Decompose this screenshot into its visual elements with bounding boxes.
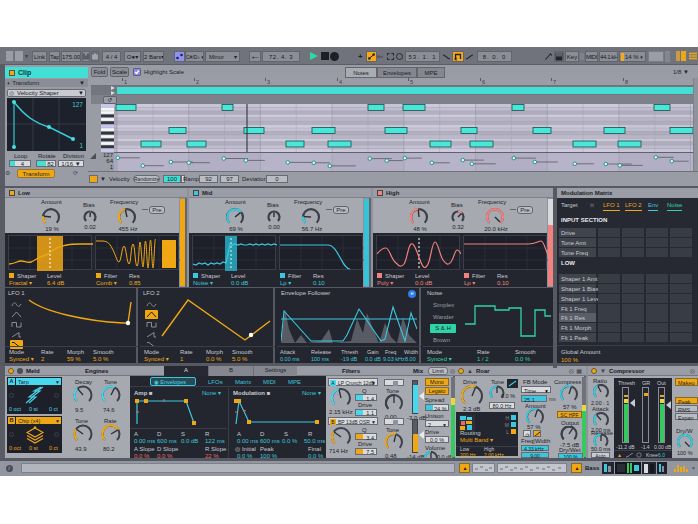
svg-text:1: 1 — [79, 142, 83, 149]
svg-text:127: 127 — [72, 101, 83, 108]
